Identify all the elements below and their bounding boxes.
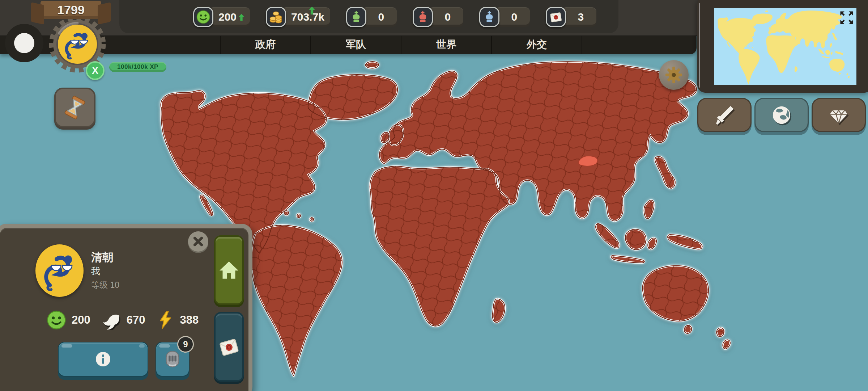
crown-red-value: 0 <box>444 11 451 23</box>
crown-green-value: 0 <box>378 11 384 23</box>
white-circle-button[interactable] <box>5 24 43 62</box>
country-name: 清朝 <box>91 250 114 265</box>
hourglass-icon <box>63 96 87 119</box>
dove-icon <box>101 310 122 330</box>
resource-bar: 200 703.7k 0 0 0 3 <box>193 4 596 30</box>
stat-energy: 388 <box>156 311 199 329</box>
menu-item-world[interactable]: 世界 <box>401 35 491 54</box>
country-panel: 清朝 我 等级 10 200 670 388 9 <box>0 224 252 391</box>
happiness-value: 200 <box>218 11 237 23</box>
trend-up-icon <box>309 7 315 14</box>
info-icon <box>94 350 112 368</box>
coins-icon <box>266 7 286 27</box>
level-roman-label: X <box>92 65 98 76</box>
expand-icon <box>839 10 854 25</box>
stat-energy-value: 388 <box>180 314 199 327</box>
minimap-panel <box>697 0 868 93</box>
diamond-icon <box>828 105 849 126</box>
army-count-badge: 9 <box>177 336 194 353</box>
mail-value: 3 <box>578 11 584 23</box>
country-stats: 200 670 388 <box>46 310 199 330</box>
crown-blue-icon <box>479 7 499 27</box>
messages-button[interactable] <box>214 312 244 382</box>
hourglass-button[interactable] <box>54 88 95 127</box>
white-circle-core <box>14 33 34 53</box>
country-owner: 我 <box>91 265 100 277</box>
minimap[interactable] <box>714 8 856 85</box>
year-banner: 1799 <box>41 1 101 19</box>
info-button[interactable] <box>58 342 148 377</box>
stat-happiness: 200 <box>46 310 90 330</box>
menu-item-diplomacy[interactable]: 外交 <box>491 35 582 54</box>
sword-icon <box>714 105 735 126</box>
resource-happiness[interactable]: 200 <box>193 7 250 27</box>
stat-doves-value: 670 <box>127 314 145 327</box>
menu-item-army[interactable]: 军队 <box>310 35 401 54</box>
resource-mail[interactable]: 3 <box>546 7 596 27</box>
avatar <box>35 244 84 297</box>
level-roman-badge: X <box>86 61 105 80</box>
crown-blue-value: 0 <box>511 11 517 23</box>
stat-doves: 670 <box>101 310 145 330</box>
resource-crown-blue[interactable]: 0 <box>479 7 530 27</box>
trend-up-icon <box>239 14 244 21</box>
crown-green-icon <box>346 7 366 27</box>
xp-label: 100k/100k XP <box>117 63 158 71</box>
stat-happiness-value: 200 <box>72 314 90 327</box>
gear-icon <box>665 67 682 83</box>
helmet-icon <box>163 350 182 369</box>
army-count-label: 9 <box>183 339 188 349</box>
mail-icon <box>546 7 566 27</box>
gold-value: 703.7k <box>291 11 324 23</box>
year-label: 1799 <box>57 3 85 17</box>
settings-button[interactable] <box>659 60 689 90</box>
premium-button[interactable] <box>812 98 866 132</box>
envelope-seal-icon <box>216 333 243 361</box>
xp-progress: 100k/100k XP <box>109 62 166 72</box>
resource-crown-red[interactable]: 0 <box>413 7 463 27</box>
dragon-flag <box>58 25 97 64</box>
expand-button[interactable] <box>839 10 854 25</box>
resource-crown-green[interactable]: 0 <box>346 7 397 27</box>
resource-gold[interactable]: 703.7k <box>266 7 330 27</box>
smiley-icon <box>46 310 67 330</box>
globe-icon <box>771 105 792 126</box>
crown-red-icon <box>413 7 433 27</box>
home-icon <box>218 259 240 281</box>
close-button[interactable] <box>188 231 208 252</box>
smiley-icon <box>193 7 213 27</box>
home-button[interactable] <box>214 235 244 305</box>
close-icon <box>191 235 205 248</box>
world-view-button[interactable] <box>754 98 809 132</box>
country-level: 等级 10 <box>91 279 119 291</box>
war-button[interactable] <box>697 98 752 132</box>
lightning-icon <box>156 311 175 329</box>
menu-item-government[interactable]: 政府 <box>220 35 310 54</box>
